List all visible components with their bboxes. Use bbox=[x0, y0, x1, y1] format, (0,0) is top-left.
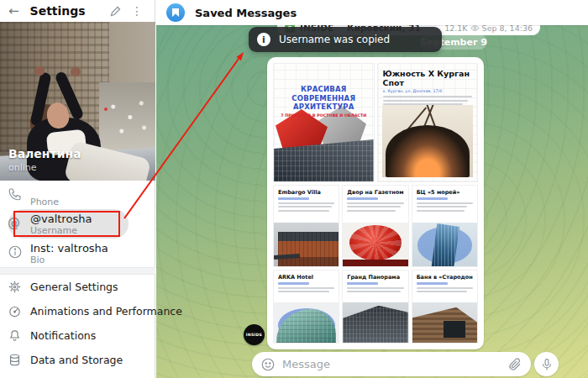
card-address-bar bbox=[278, 197, 309, 200]
text-line bbox=[417, 210, 465, 212]
album-card-banya: Баня в «Стародонье» bbox=[412, 270, 477, 343]
chat-body: INSIDE Кировский, 31 12.1K Sep 8, 14:36 … bbox=[156, 25, 588, 378]
settings-title: Settings bbox=[30, 4, 109, 18]
chat-area: Saved Messages INSIDE Кировский, 31 12.1… bbox=[156, 0, 588, 378]
text-line bbox=[278, 202, 334, 204]
album-card-five-seas: БЦ «5 морей» bbox=[412, 186, 477, 266]
text-line bbox=[347, 206, 401, 207]
database-icon bbox=[8, 353, 23, 368]
text-line bbox=[278, 287, 334, 289]
text-line bbox=[383, 96, 473, 97]
bio-label: Bio bbox=[30, 255, 149, 265]
card-address-bar bbox=[347, 197, 378, 200]
card-title: Баня в «Стародонье» bbox=[417, 274, 473, 281]
card-address-bar bbox=[347, 282, 378, 285]
card-address-bar bbox=[278, 282, 309, 285]
menu-item-animations-performance[interactable]: Animations and Performance bbox=[0, 299, 155, 323]
message-time: Sep 8, 14:36 bbox=[482, 25, 533, 33]
card-title: Двор на Газетном bbox=[347, 189, 403, 196]
text-line bbox=[417, 287, 473, 289]
menu-item-general-settings[interactable]: General Settings bbox=[0, 275, 155, 299]
album-message-image[interactable]: КРАСИВАЯ СОВРЕМЕННАЯ АРХИТЕКТУРА 7 ПРИМЕ… bbox=[267, 57, 484, 349]
bio-value: Inst: valtrosha bbox=[30, 242, 149, 255]
menu-item-notifications[interactable]: Notifications bbox=[0, 323, 155, 348]
chat-title: Saved Messages bbox=[195, 7, 297, 19]
text-line bbox=[417, 202, 473, 204]
settings-menu: General Settings Animations and Performa… bbox=[0, 275, 155, 372]
username-label: Username bbox=[30, 225, 149, 236]
cover-title: КРАСИВАЯ СОВРЕМЕННАЯ АРХИТЕКТУРА bbox=[274, 85, 374, 112]
bio-row[interactable]: Inst: valtrosha Bio bbox=[0, 239, 155, 267]
text-line bbox=[417, 206, 468, 207]
photo-street bbox=[99, 82, 155, 152]
info-circle-icon: i bbox=[257, 33, 270, 46]
card-photo-five-seas bbox=[412, 223, 477, 266]
card-photo-gazetny bbox=[343, 223, 407, 266]
username-row[interactable]: @ @valtrosha Username bbox=[0, 209, 155, 239]
bell-icon bbox=[8, 328, 23, 344]
previous-message-meta: 12.1K Sep 8, 14:36 bbox=[444, 25, 533, 33]
info-icon bbox=[8, 244, 24, 261]
menu-item-data-storage[interactable]: Data and Storage bbox=[0, 348, 155, 372]
at-icon: @ bbox=[8, 215, 24, 232]
chat-header[interactable]: Saved Messages bbox=[156, 0, 588, 25]
feature-tent-photo bbox=[382, 105, 474, 177]
menu-label-data-storage: Data and Storage bbox=[30, 354, 123, 366]
voice-message-button[interactable] bbox=[534, 352, 559, 376]
views-count: 12.1K bbox=[444, 25, 467, 33]
menu-label-general-settings: General Settings bbox=[30, 281, 118, 293]
back-icon[interactable]: ← bbox=[8, 5, 19, 18]
emoji-icon[interactable] bbox=[260, 357, 276, 372]
toast-text: Username was copied bbox=[279, 34, 390, 45]
card-photo-embargo bbox=[274, 223, 339, 266]
text-line bbox=[278, 210, 329, 212]
card-photo-arka bbox=[274, 302, 339, 343]
photo-woman-hand-left bbox=[34, 66, 45, 76]
album-row-middle: Embargo Villa Двор на Газетном bbox=[274, 186, 477, 266]
message-input[interactable] bbox=[282, 358, 501, 370]
card-photo-panorama bbox=[343, 302, 407, 343]
phone-icon bbox=[8, 186, 24, 203]
card-photo-banya bbox=[412, 302, 477, 343]
eye-icon bbox=[470, 25, 480, 33]
album-card-embargo-villa: Embargo Villa bbox=[274, 186, 339, 266]
telegram-window: ← Settings ⋮ Валентина online bbox=[0, 0, 588, 378]
album-feature-panel: Южность X Курган Спот х. Курган, ул. Дон… bbox=[378, 64, 478, 181]
bookmark-icon bbox=[172, 8, 179, 17]
text-line bbox=[278, 291, 329, 292]
tent-dome bbox=[386, 125, 470, 177]
gear-icon bbox=[8, 280, 23, 295]
profile-status: online bbox=[8, 162, 37, 173]
album-row-top: КРАСИВАЯ СОВРЕМЕННАЯ АРХИТЕКТУРА 7 ПРИМЕ… bbox=[274, 64, 477, 181]
feature-address: х. Курган, ул. Донская, 17/6 bbox=[383, 89, 473, 93]
text-line bbox=[347, 202, 403, 204]
saved-messages-avatar bbox=[166, 3, 185, 22]
card-address-bar bbox=[417, 197, 448, 200]
microphone-icon bbox=[539, 357, 554, 372]
pencil-icon bbox=[109, 5, 122, 18]
photo-traffic-light bbox=[104, 108, 108, 111]
card-address-bar bbox=[417, 282, 448, 285]
text-line bbox=[278, 206, 332, 207]
feature-title: Южность X Курган Спот bbox=[383, 69, 473, 87]
speedometer-icon bbox=[8, 304, 23, 319]
card-title: Embargo Villa bbox=[278, 189, 334, 196]
photo-woman-hand-right bbox=[71, 67, 81, 76]
kebab-menu-icon[interactable]: ⋮ bbox=[128, 4, 146, 18]
profile-photo[interactable]: Валентина online bbox=[0, 22, 155, 181]
album-card-gazetny: Двор на Газетном bbox=[343, 186, 407, 266]
section-separator bbox=[0, 267, 155, 275]
attachment-icon[interactable] bbox=[507, 357, 522, 372]
phone-row[interactable]: Phone bbox=[0, 181, 155, 209]
settings-sidebar: ← Settings ⋮ Валентина online bbox=[0, 0, 155, 378]
menu-label-animations-performance: Animations and Performance bbox=[30, 305, 182, 318]
toast-notification: i Username was copied bbox=[249, 27, 442, 52]
text-line bbox=[347, 210, 395, 212]
text-line bbox=[347, 291, 401, 292]
card-title: БЦ «5 морей» bbox=[417, 189, 473, 196]
edit-profile-button[interactable] bbox=[109, 5, 128, 18]
phone-value bbox=[30, 184, 149, 197]
menu-label-notifications: Notifications bbox=[30, 329, 96, 342]
album-row-bottom: ARKA Hotel Гранд Панорама bbox=[274, 270, 477, 343]
album-card-arka-hotel: ARKA Hotel bbox=[274, 270, 339, 343]
